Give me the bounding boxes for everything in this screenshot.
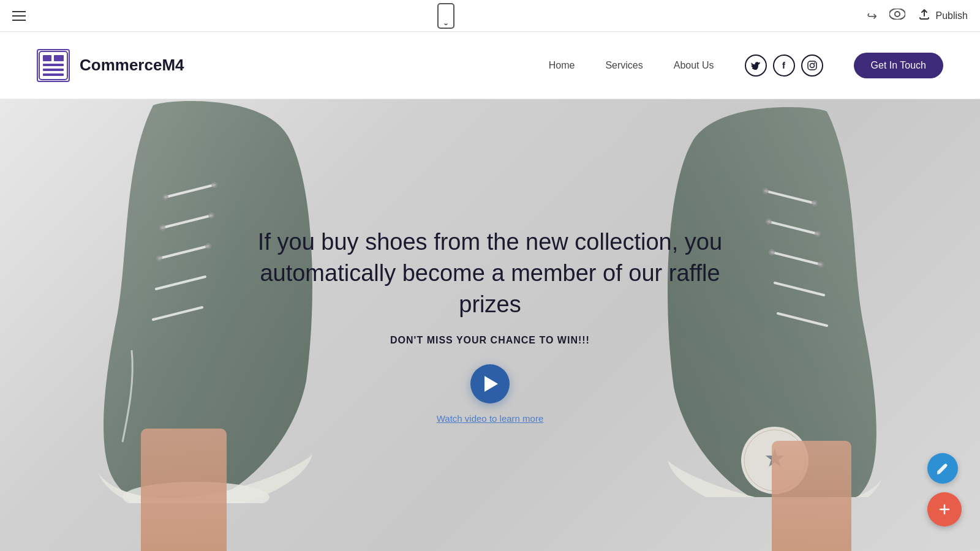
svg-rect-8 [808, 61, 816, 70]
svg-rect-3 [43, 55, 51, 61]
hero-subtitle: DON'T MISS YOUR CHANCE TO WIN!!! [390, 335, 590, 346]
facebook-icon: f [782, 60, 785, 70]
svg-point-9 [810, 63, 814, 67]
hero-content: If you buy shoes from the new collection… [0, 99, 980, 551]
svg-rect-5 [43, 64, 64, 66]
play-triangle-icon [484, 376, 498, 392]
publish-label: Publish [936, 10, 968, 21]
watch-video-link[interactable]: Watch video to learn more [437, 413, 544, 424]
nav-services[interactable]: Services [605, 60, 643, 71]
facebook-social-button[interactable]: f [773, 54, 795, 77]
svg-point-1 [895, 12, 900, 17]
get-in-touch-button[interactable]: Get In Touch [854, 53, 943, 78]
hero-section: ★ If you buy shoes from the new collecti… [0, 99, 980, 551]
mobile-preview-icon[interactable] [437, 3, 454, 29]
svg-rect-4 [54, 55, 64, 61]
edit-fab-button[interactable] [927, 453, 958, 484]
site-logo: CommerceM4 [37, 49, 184, 82]
toolbar-left [12, 11, 26, 21]
hamburger-menu-icon[interactable] [12, 11, 26, 21]
toolbar-center [437, 3, 454, 29]
site-nav: Home Services About Us f [549, 53, 943, 78]
twitter-social-button[interactable] [745, 54, 767, 77]
svg-point-0 [889, 9, 905, 20]
play-video-button[interactable] [470, 364, 510, 403]
website-preview: CommerceM4 Home Services About Us f [0, 32, 980, 551]
hero-title: If you buy shoes from the new collection… [257, 227, 723, 321]
fab-container [927, 453, 962, 527]
video-play-wrapper: Watch video to learn more [437, 364, 544, 424]
undo-icon[interactable]: ↩ [867, 9, 877, 23]
nav-links: Home Services About Us [549, 60, 714, 71]
preview-eye-icon[interactable] [889, 9, 905, 23]
plus-icon [937, 502, 952, 517]
pencil-icon [936, 462, 949, 475]
upload-icon [918, 7, 931, 24]
nav-social: f [745, 54, 823, 77]
svg-rect-6 [43, 69, 64, 71]
svg-rect-7 [43, 73, 64, 76]
toolbar-right: ↩ Publish [867, 7, 968, 24]
editor-toolbar: ↩ Publish [0, 0, 980, 32]
logo-icon [37, 49, 70, 82]
site-name: CommerceM4 [80, 56, 184, 75]
publish-button[interactable]: Publish [918, 7, 968, 24]
nav-home[interactable]: Home [549, 60, 575, 71]
svg-point-10 [814, 62, 815, 64]
nav-about-us[interactable]: About Us [674, 60, 714, 71]
site-header: CommerceM4 Home Services About Us f [0, 32, 980, 99]
add-fab-button[interactable] [927, 492, 962, 527]
instagram-social-button[interactable] [801, 54, 823, 77]
